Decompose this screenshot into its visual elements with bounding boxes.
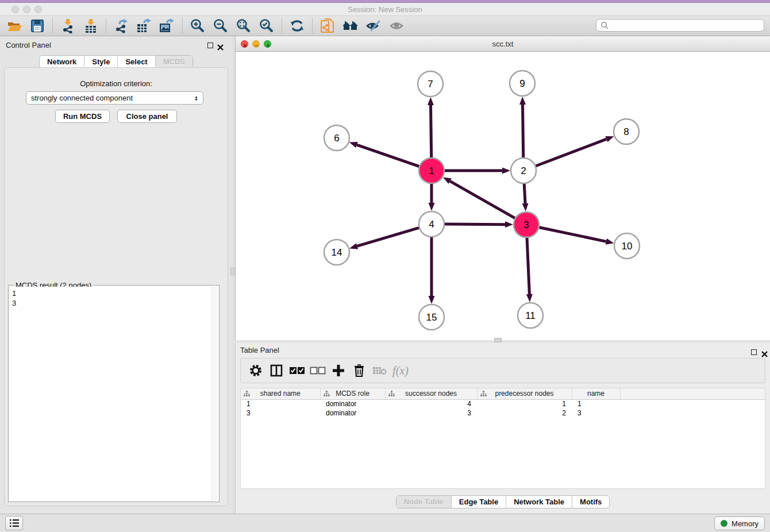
memory-button[interactable]: Memory [714,516,765,530]
control-panel-tabs: Network Style Select MCDS [0,55,232,68]
save-session-icon[interactable] [28,17,47,34]
node-label-8: 8 [623,126,629,137]
column-header-mcds-role[interactable]: MCDS role [320,388,385,399]
column-header-successor-nodes[interactable]: successor nodes [385,388,477,399]
graph-edge[interactable] [450,181,517,219]
table-toolbar: f(x) [240,358,765,383]
close-panel-button[interactable]: Close panel [117,110,177,123]
import-network-icon[interactable] [58,17,78,34]
import-table-icon[interactable] [81,17,101,34]
vertical-splitter-handle[interactable] [230,268,235,275]
tab-edge-table[interactable]: Edge Table [452,496,506,508]
search-icon [600,21,609,29]
memory-status-icon [721,520,727,527]
graph-edge[interactable] [357,227,421,246]
delete-columns-icon[interactable] [349,361,369,380]
hide-eye-icon[interactable] [364,17,383,34]
homes-icon[interactable] [341,17,360,34]
mcds-result-line: 3 [12,298,209,308]
zoom-out-icon[interactable] [211,17,230,34]
tab-select[interactable]: Select [118,56,155,68]
node-label-1: 1 [429,165,434,176]
horizontal-splitter-handle[interactable] [494,338,502,342]
network-canvas[interactable]: 7968124314101511 [236,52,770,340]
network-document-icon[interactable] [318,17,337,34]
graph-edge[interactable] [534,139,607,167]
node-label-3: 3 [523,219,529,230]
application-window: Session: New Session [0,0,770,532]
tab-network[interactable]: Network [40,56,84,68]
float-panel-icon[interactable] [207,43,213,48]
mcds-result-line: 1 [12,288,209,298]
edge-arrowhead [526,294,533,302]
tab-motifs[interactable]: Motifs [572,496,609,508]
node-table: shared name MCDS role successor nodes pr… [240,388,765,489]
column-header-name[interactable]: name [572,388,620,399]
table-row[interactable]: 1dominator411 [241,399,765,408]
node-label-9: 9 [519,78,525,89]
column-header-predecessor-nodes[interactable]: predecessor nodes [477,388,572,399]
run-mcds-button[interactable]: Run MCDS [55,110,110,123]
search-field[interactable] [596,19,764,32]
mcds-result-list[interactable]: 1 3 [10,287,211,500]
export-table-icon[interactable] [134,17,154,34]
close-table-panel-icon[interactable] [761,349,768,356]
edge-arrowhead [605,136,614,142]
control-panel-title: Control Panel [6,41,51,49]
graph-edge[interactable] [537,227,606,241]
network-graph[interactable]: 7968124314101511 [236,52,770,340]
search-input[interactable] [609,21,764,29]
toolbar-separator [52,18,53,33]
zoom-selected-icon[interactable] [257,17,276,34]
zoom-in-icon[interactable] [188,17,207,34]
unselect-all-columns-icon[interactable] [307,361,328,380]
tab-network-table[interactable]: Network Table [506,496,572,508]
zoom-fit-icon[interactable] [234,17,253,34]
tab-node-table[interactable]: Node Table [396,496,452,508]
apply-layout-icon[interactable] [287,17,307,34]
function-builder-icon: f(x) [390,361,411,380]
task-history-button[interactable] [5,516,23,530]
table-header-row: shared name MCDS role successor nodes pr… [241,388,765,399]
open-session-icon[interactable] [5,17,24,34]
delete-table-icon [369,361,390,380]
graph-edge[interactable] [430,105,431,160]
add-column-icon[interactable] [328,361,349,380]
graph-edge[interactable] [357,145,421,167]
toolbar-separator [312,18,313,33]
tab-style[interactable]: Style [84,56,118,68]
table-options-icon[interactable] [245,361,266,380]
mcds-tab-content: Optimization criterion: strongly connect… [4,67,228,506]
graph-edge[interactable] [527,236,530,294]
graph-edge[interactable] [524,182,525,203]
node-label-14: 14 [332,247,342,258]
toolbar-separator [106,18,106,33]
node-label-15: 15 [426,312,437,323]
result-scrollbar[interactable] [211,287,218,500]
table-panel-title: Table Panel [240,346,279,354]
edge-arrowhead [505,221,513,228]
network-title: scc.txt [236,40,770,48]
toolbar-separator [282,18,282,33]
tab-mcds[interactable]: MCDS [156,56,192,68]
node-table-body: 1dominator4113dominator323 [241,399,765,418]
column-header-filler [620,388,765,399]
graph-edge[interactable] [522,105,523,160]
graph-edge[interactable] [442,224,505,225]
column-type-icon [480,391,487,399]
column-header-shared-name[interactable]: shared name [241,388,320,399]
optimization-select[interactable]: strongly connected component ▲▼ [26,91,203,105]
mcds-result-box: MCDS result (2 nodes) 1 3 [8,285,220,502]
select-all-columns-icon[interactable] [287,361,307,380]
table-row[interactable]: 3dominator323 [241,408,765,418]
float-table-panel-icon[interactable] [751,349,757,355]
chevron-up-down-icon: ▲▼ [194,95,198,101]
export-image-icon[interactable] [157,17,177,34]
network-window-titlebar[interactable]: scc.txt [236,36,770,52]
node-label-7: 7 [428,79,433,90]
show-columns-icon[interactable] [266,361,287,380]
eye-icon[interactable] [387,17,406,34]
node-label-10: 10 [622,241,633,252]
close-panel-icon[interactable] [217,43,224,49]
export-network-icon[interactable] [111,17,131,34]
